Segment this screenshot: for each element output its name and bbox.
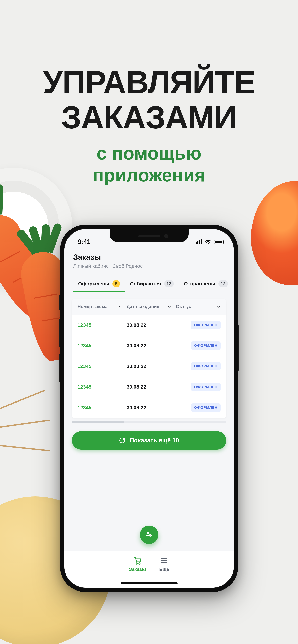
sliders-icon [145,531,153,539]
order-date: 30.08.22 [127,343,176,348]
tab-count-badge: 12 [218,280,228,288]
status-badge: ОФОРМЛЕН [191,342,221,350]
filter-fab[interactable] [140,526,158,544]
tab-oformleny[interactable]: Оформлены 5 [73,277,125,292]
tab-label: Отправлены [184,281,215,286]
svg-rect-0 [196,242,197,244]
column-header-number[interactable]: Номер заказа [78,304,127,309]
table-row[interactable]: 12345 30.08.22 ОФОРМЛЕН [72,376,226,397]
order-date: 30.08.22 [127,364,176,369]
svg-point-4 [207,243,209,244]
wifi-icon [205,238,211,246]
svg-point-6 [147,532,149,534]
svg-rect-3 [201,239,202,244]
status-badge: ОФОРМЛЕН [191,362,221,370]
horizontal-scrollbar[interactable] [72,421,226,423]
show-more-button[interactable]: Показать ещё 10 [72,431,226,450]
phone-mockup: 9:41 Заказы Личный кабинет Своё Родное [60,225,238,592]
tab-otpravleny[interactable]: Отправлены 12 [179,277,233,292]
tab-count-badge: 12 [164,280,174,288]
bottom-nav: Заказы Ещё [65,551,234,588]
order-date: 30.08.22 [127,405,176,410]
chevron-down-icon [217,305,221,309]
order-number: 12345 [78,343,127,348]
subheadline-line1: с помощью [0,142,298,164]
svg-point-11 [139,563,140,564]
column-header-status[interactable]: Статус [176,304,220,309]
table-row[interactable]: 12345 30.08.22 ОФОРМЛЕН [72,397,226,418]
status-time: 9:41 [78,238,91,246]
order-number: 12345 [78,384,127,390]
battery-icon [214,240,224,244]
refresh-icon [119,437,126,444]
order-number: 12345 [78,364,127,369]
order-date: 30.08.22 [127,322,176,328]
column-header-label: Статус [176,304,191,309]
nav-label: Ещё [159,567,169,572]
svg-point-8 [149,535,151,536]
table-row[interactable]: 12345 30.08.22 ОФОРМЛЕН [72,356,226,376]
status-badge: ОФОРМЛЕН [191,321,221,329]
order-number: 12345 [78,322,127,328]
decor-carrot [0,208,60,324]
column-header-label: Номер заказа [78,304,108,309]
decor-pepper [251,181,298,285]
home-indicator [121,582,178,584]
subheadline-line2: приложения [0,164,298,186]
phone-notch [110,229,189,242]
tab-sobirayutsya[interactable]: Собираются 12 [125,277,179,292]
column-header-label: Дата создания [127,304,159,309]
order-number: 12345 [78,405,127,410]
svg-rect-2 [199,240,200,244]
status-badge: ОФОРМЛЕН [191,403,221,412]
page-subtitle: Личный кабинет Своё Родное [73,263,225,269]
chevron-down-icon [118,305,122,309]
order-tabs: Оформлены 5 Собираются 12 Отправлены 12 [65,272,234,292]
svg-rect-1 [197,241,198,244]
headline-line1: УПРАВЛЯЙТЕ [0,64,298,100]
svg-point-10 [136,563,137,564]
tab-label: Собираются [130,281,161,286]
tab-label: Оформлены [78,281,110,286]
show-more-label: Показать ещё 10 [130,437,179,444]
status-badge: ОФОРМЛЕН [191,383,221,391]
table-row[interactable]: 12345 30.08.22 ОФОРМЛЕН [72,335,226,356]
column-header-date[interactable]: Дата создания [127,304,176,309]
nav-label: Заказы [129,567,146,572]
headline-line2: ЗАКАЗАМИ [0,99,298,136]
order-date: 30.08.22 [127,384,176,390]
orders-table: Номер заказа Дата создания Статус [72,299,226,418]
page-title: Заказы [73,252,225,262]
menu-icon [160,556,169,565]
chevron-down-icon [167,305,171,309]
tab-count-badge: 5 [113,280,120,288]
table-row[interactable]: 12345 30.08.22 ОФОРМЛЕН [72,314,226,335]
cellular-signal-icon [196,238,202,246]
cart-icon [133,556,142,565]
